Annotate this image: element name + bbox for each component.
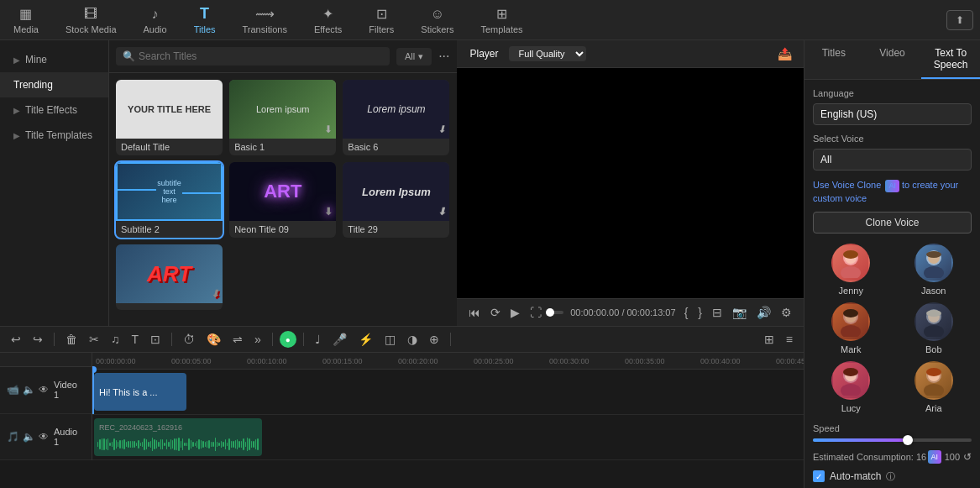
mic-button[interactable]: 🎤	[328, 330, 351, 349]
tab-tts[interactable]: Text To Speech	[921, 40, 980, 79]
title-card-basic6[interactable]: Lorem ipsum ⬇ Basic 6	[343, 80, 449, 155]
toolbar-templates[interactable]: ⊞ Templates	[474, 3, 529, 38]
record-button[interactable]: ●	[280, 331, 296, 348]
color-button[interactable]: 🎨	[202, 330, 225, 349]
video-icon[interactable]: 📹	[7, 384, 19, 396]
cut-button[interactable]: ✂	[85, 330, 103, 349]
filter-button[interactable]: All ▾	[396, 48, 432, 66]
sidebar-item-trending[interactable]: Trending	[0, 72, 108, 97]
filter-btn2[interactable]: ◑	[403, 330, 422, 349]
crop-button[interactable]: ⊡	[146, 330, 165, 349]
more-button[interactable]: »	[250, 330, 265, 349]
toolbar-filters[interactable]: ⊡ Filters	[362, 3, 401, 38]
arrow-icon-2: ▶	[13, 106, 20, 115]
toolbar-stickers[interactable]: ☺ Stickers	[414, 3, 460, 38]
thumb-default-title: YOUR TITLE HERE	[116, 80, 223, 139]
toolbar-effects[interactable]: ✦ Effects	[307, 3, 349, 38]
avatar-aria[interactable]: Aria	[896, 361, 972, 413]
delete-button[interactable]: 🗑	[61, 330, 81, 349]
progress-bar[interactable]	[550, 311, 564, 314]
music-button[interactable]: ♩	[311, 330, 325, 349]
speed-button[interactable]: ⏱	[179, 330, 199, 349]
title-card-art-red[interactable]: ART ⬇	[116, 244, 223, 310]
clone-voice-button[interactable]: Clone Voice	[813, 212, 972, 234]
jason-avatar-graphic	[921, 248, 946, 278]
track-label-video1: 📹 🔈 👁 Video 1	[0, 367, 92, 413]
fullscreen-button[interactable]: ⛶	[528, 304, 543, 321]
quality-select[interactable]: Full Quality	[509, 46, 586, 61]
transition-btn[interactable]: ◫	[380, 330, 400, 349]
play-back-button[interactable]: ⟳	[489, 304, 502, 321]
avatar-lucy[interactable]: Lucy	[813, 361, 889, 413]
timeline-toolbar: ↩ ↪ 🗑 ✂ ♫ T ⊡ ⏱ 🎨 ⇌ » ● ♩ 🎤 ⚡	[0, 327, 804, 353]
clip-button[interactable]: ⊟	[710, 304, 724, 321]
effect-button[interactable]: ⚡	[354, 330, 377, 349]
toolbar-titles[interactable]: T Titles	[187, 3, 223, 38]
auto-match-checkbox[interactable]: ✓	[813, 470, 825, 482]
download-icon: ⬇	[438, 123, 446, 135]
title-card-title29[interactable]: Lorem Ipsum ⬇ Title 29	[343, 162, 449, 238]
toolbar-stock-media[interactable]: 🎞 Stock Media	[59, 3, 123, 38]
undo-button[interactable]: ↩	[7, 330, 25, 349]
avatar-jenny[interactable]: Jenny	[813, 244, 889, 296]
toolbar-audio[interactable]: ♪ Audio	[137, 3, 174, 38]
mute-video-icon[interactable]: 🔈	[23, 384, 35, 396]
sidebar: ▶ Mine Trending ▶ Title Effects ▶ Title …	[0, 40, 109, 326]
jenny-avatar-graphic	[838, 248, 863, 278]
more-options-button[interactable]: ···	[438, 49, 449, 64]
info-icon[interactable]: ⓘ	[886, 470, 895, 483]
tab-titles[interactable]: Titles	[804, 40, 863, 79]
audio-extract-button[interactable]: ♫	[107, 330, 124, 349]
mark-in-button[interactable]: {	[683, 304, 690, 321]
list-view-button[interactable]: ≡	[782, 330, 797, 349]
skip-back-button[interactable]: ⏮	[467, 304, 482, 321]
video-player: Player Full Quality 📤 ⏮ ⟳ ▶ ⛶	[457, 40, 804, 326]
export-button[interactable]: 📤	[776, 45, 794, 62]
refresh-button[interactable]: ↺	[963, 451, 972, 463]
adjust-btn[interactable]: ⊕	[425, 330, 443, 349]
toolbar-transitions[interactable]: ⟿ Transitions	[236, 3, 294, 38]
avatar-jason[interactable]: Jason	[896, 244, 972, 296]
audio-track-icon[interactable]: 🎵	[7, 431, 19, 443]
title-card-default[interactable]: YOUR TITLE HERE Default Title	[116, 80, 223, 155]
audio-clip[interactable]: REC_20240623_162916 // Waveform bars wil…	[94, 418, 262, 456]
tab-video[interactable]: Video	[863, 40, 922, 79]
title-card-neon09[interactable]: ART ⬇ Neon Title 09	[229, 162, 336, 238]
effects-icon: ✦	[320, 6, 337, 23]
audio-button[interactable]: 🔊	[755, 304, 773, 321]
title-card-basic1[interactable]: Lorem ipsum ⬇ Basic 1	[229, 80, 336, 155]
thumb-art-red: ART ⬇	[116, 244, 223, 303]
title-card-subtitle2[interactable]: subtitle text here Subtitle 2	[116, 162, 223, 238]
mark-out-button[interactable]: }	[696, 304, 704, 321]
search-input[interactable]	[139, 50, 383, 62]
toolbar-media[interactable]: ▦ Media	[7, 3, 45, 38]
export-icon[interactable]: ⬆	[946, 10, 973, 30]
grid-view-button[interactable]: ⊞	[760, 330, 778, 349]
sidebar-item-title-effects[interactable]: ▶ Title Effects	[0, 97, 108, 123]
text-button[interactable]: T	[128, 330, 144, 349]
screenshot-button[interactable]: 📷	[731, 304, 748, 321]
progress-dot	[546, 308, 554, 317]
consumption-row: Estimated Consumption: 16 AI 100 ↺	[813, 450, 972, 464]
speed-slider[interactable]	[813, 438, 972, 442]
title-card-label: Default Title	[116, 139, 223, 155]
settings-button[interactable]: ⚙	[779, 304, 794, 321]
play-button[interactable]: ▶	[509, 304, 521, 321]
redo-button[interactable]: ↪	[29, 330, 47, 349]
eye-audio-icon[interactable]: 👁	[39, 431, 49, 443]
search-wrap[interactable]: 🔍	[116, 47, 390, 66]
avatar-mark[interactable]: Mark	[813, 302, 889, 354]
sidebar-item-mine[interactable]: ▶ Mine	[0, 47, 108, 72]
download-icon: ⬇	[324, 123, 333, 135]
voice-clone-link[interactable]: Voice Clone	[832, 180, 882, 190]
language-select[interactable]: English (US)	[813, 103, 972, 125]
sidebar-item-title-templates[interactable]: ▶ Title Templates	[0, 123, 108, 148]
avatar-name-jenny: Jenny	[839, 286, 863, 296]
player-tab[interactable]: Player	[467, 46, 502, 61]
mirror-button[interactable]: ⇌	[228, 330, 247, 349]
eye-icon[interactable]: 👁	[39, 384, 49, 396]
mute-audio-icon[interactable]: 🔈	[23, 431, 35, 443]
avatar-bob[interactable]: Bob	[896, 302, 972, 354]
voice-select[interactable]: All	[813, 149, 972, 171]
video-clip[interactable]: Hi! This is a ...	[94, 373, 186, 411]
